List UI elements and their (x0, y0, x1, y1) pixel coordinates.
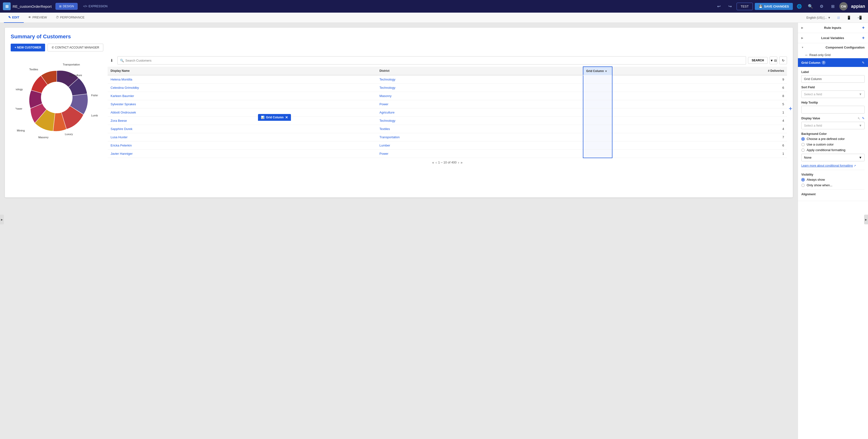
label-power: Power (16, 107, 22, 110)
new-customer-btn[interactable]: + NEW CUSTOMER (11, 43, 45, 51)
display-value-select[interactable]: Select a field ▼ (801, 122, 865, 129)
grid-col-label: Grid Column (586, 69, 604, 73)
grid-col-header-content: Grid Column ▼ (586, 69, 609, 73)
learn-more-link[interactable]: Learn more about conditional formatting (801, 164, 853, 167)
right-panel-expand[interactable]: ▶ (864, 215, 868, 224)
help-tooltip-input[interactable] (801, 106, 865, 114)
label-input[interactable] (801, 75, 865, 83)
name-link[interactable]: Celestina Grimoldby (111, 86, 139, 89)
district-value: Technology (379, 78, 396, 81)
action-buttons: + NEW CUSTOMER ✆ CONTACT ACCOUNT MANAGER (11, 43, 787, 51)
edit-icon: ✎ (8, 16, 11, 19)
external-link-icon: ↗ (854, 164, 856, 167)
radio-show-when[interactable]: Only show when... (801, 183, 865, 187)
cursor-icon: ↖ (858, 116, 861, 120)
next-page-btn[interactable]: › (458, 160, 459, 165)
edit-grid-column-icon[interactable]: ✎ (862, 61, 865, 64)
radio-custom[interactable]: Use a custom color (801, 143, 865, 146)
local-variables-header[interactable]: ▶ Local Variables + (798, 33, 868, 43)
rule-inputs-header[interactable]: ▶ Rule Inputs + (798, 23, 868, 33)
name-link[interactable]: Zora Beese (111, 119, 127, 122)
cell-district: Technology (376, 84, 583, 92)
download-btn[interactable]: ⬇ (107, 57, 116, 64)
cell-name: Helena Montilla (107, 75, 376, 84)
contact-account-manager-btn[interactable]: ✆ CONTACT ACCOUNT MANAGER (48, 43, 103, 51)
settings-icon[interactable]: ⚙ (817, 2, 826, 11)
add-column-btn[interactable]: + (789, 105, 792, 112)
sort-field-select[interactable]: Select a field ▼ (801, 90, 865, 98)
cell-deliveries: 9 (612, 75, 787, 84)
grid-icon-small: ↔ (805, 53, 808, 57)
expression-btn[interactable]: </> EXPRESSION (80, 3, 111, 10)
filter-btn[interactable]: ▼ ⊟ (770, 57, 777, 64)
add-local-var-btn[interactable]: + (862, 35, 865, 40)
radio-predefined[interactable]: Choose a pre-defined color (801, 137, 865, 141)
grid-column-panel-body: Label Sort Field Select a field ▼ Help T… (798, 67, 868, 201)
refresh-btn[interactable]: ↻ (779, 57, 787, 64)
grid-column-section-header[interactable]: Grid Column ? ✎ (798, 58, 868, 67)
name-link[interactable]: Javier Hanniger (111, 152, 133, 155)
name-link[interactable]: Ericka Peterkin (111, 144, 132, 147)
cell-deliveries: 8 (612, 92, 787, 100)
sort-field-label: Sort Field (801, 86, 865, 89)
table-row: Abbott Ondrousek Agriculture 1 (107, 109, 787, 117)
close-popup-btn[interactable]: ✕ (285, 115, 288, 119)
radio-always-show[interactable]: Always show (801, 178, 865, 181)
page-info: 1 – 10 of 400 (438, 160, 457, 164)
search-input[interactable] (125, 59, 743, 62)
name-link[interactable]: Sapphire Durek (111, 127, 132, 131)
tablet-icon[interactable]: 📱 (844, 13, 854, 22)
globe-icon[interactable]: 🌐 (795, 2, 804, 11)
district-value: Power (379, 152, 389, 155)
cell-grid (583, 125, 612, 133)
cell-name: Abbott Ondrousek (107, 109, 376, 117)
search-icon[interactable]: 🔍 (806, 2, 815, 11)
cell-name: Zora Beese (107, 117, 376, 125)
grid-icon[interactable]: ⊞ (828, 2, 837, 11)
canvas-inner: Agriculture Fishing Lumber Luxury Masonr… (11, 56, 787, 167)
app-title: RE_customOrderReport (12, 4, 52, 8)
name-link[interactable]: Karleen Baumler (111, 94, 134, 98)
help-tooltip-label: Help Tooltip (801, 101, 865, 104)
edit-display-icon[interactable]: ✎ (862, 116, 865, 120)
name-link[interactable]: Helena Montilla (111, 78, 132, 81)
test-btn[interactable]: TEST (737, 3, 753, 10)
tab-preview[interactable]: 👁 PREVIEW (24, 12, 52, 23)
avatar[interactable]: CW (839, 2, 848, 10)
label-textiles: Textiles (29, 68, 38, 71)
table-row: Lusa Huxter Transportation 7 (107, 133, 787, 141)
label-technology: Technology (16, 88, 23, 91)
component-config-section: ▼ Component Configuration ↔ Read-only Gr… (798, 43, 868, 201)
cell-grid (583, 109, 612, 117)
mobile-icon[interactable]: 📲 (855, 13, 864, 22)
save-changes-btn[interactable]: 💾 SAVE CHANGES (755, 3, 793, 10)
tab-edit[interactable]: ✎ EDIT (4, 12, 24, 23)
name-link[interactable]: Abbott Ondrousek (111, 111, 136, 114)
tab-performance[interactable]: ⏱ PERFORMANCE (52, 12, 89, 23)
prev-page-btn[interactable]: ‹ (435, 160, 437, 165)
desktop-icon[interactable]: 🖥 (834, 13, 843, 22)
component-config-arrow: ▼ (801, 46, 804, 49)
design-btn[interactable]: ⊞ DESIGN (56, 3, 78, 10)
name-link[interactable]: Lusa Huxter (111, 135, 127, 139)
display-value-row: Display Value ↖ ✎ (801, 116, 865, 120)
cell-grid (583, 100, 612, 109)
name-link[interactable]: Sylvester Sprakes (111, 103, 136, 106)
locale-selector[interactable]: English (US) [... ▼ (806, 16, 831, 20)
add-rule-input-btn[interactable]: + (862, 25, 865, 30)
left-panel-expand[interactable]: ▶ (0, 215, 4, 224)
radio-conditional[interactable]: Apply conditional formatting (801, 148, 865, 152)
component-config-header[interactable]: ▼ Component Configuration (798, 43, 868, 52)
undo-btn[interactable]: ↩ (714, 2, 723, 11)
color-none-select[interactable]: None ▼ (801, 154, 865, 161)
cell-name: Sapphire Durek (107, 125, 376, 133)
redo-btn[interactable]: ↪ (725, 2, 735, 11)
cell-district: Agriculture (376, 109, 583, 117)
sort-dropdown-icon: ▼ (859, 92, 862, 96)
read-only-grid-item[interactable]: ↔ Read-only Grid (798, 52, 868, 58)
search-button[interactable]: SEARCH (748, 57, 768, 64)
app-icon: ⊞ (3, 2, 11, 10)
district-value: Masonry (379, 94, 392, 98)
last-page-btn[interactable]: » (461, 160, 463, 165)
first-page-btn[interactable]: « (432, 160, 434, 165)
